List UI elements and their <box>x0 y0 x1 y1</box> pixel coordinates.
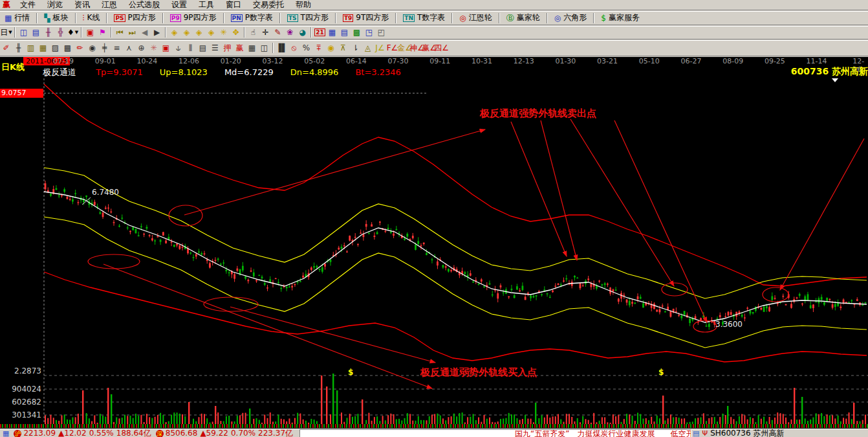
tool-region-select[interactable]: ▣ <box>84 27 96 38</box>
draw-percent-tool[interactable]: % <box>300 42 312 54</box>
link-icon[interactable]: ▤ <box>693 429 699 437</box>
trigram-tool-icon: ☰ <box>212 43 219 52</box>
tool-window-capture[interactable]: ◳ <box>363 27 375 38</box>
tool-color-flag[interactable]: ⚑ <box>96 27 109 38</box>
menu-item-window[interactable]: 窗口 <box>220 0 247 9</box>
tool-image-export[interactable]: ▩ <box>351 27 363 38</box>
draw-pen-tool[interactable]: ✐ <box>0 42 12 54</box>
menu-item-browse[interactable]: 浏览 <box>41 0 69 9</box>
tool-diamond-move[interactable]: ✥ <box>230 27 242 38</box>
draw-grid-tool-4[interactable]: ▨ <box>49 42 61 54</box>
tool-prev-page[interactable]: ◀ <box>138 27 151 38</box>
tool-diamond-expand[interactable]: ◈ <box>193 27 205 38</box>
draw-drop-tool[interactable]: ⇂ <box>349 42 362 54</box>
draw-grid-tool-5[interactable]: ▩ <box>61 42 74 54</box>
draw-panel-tool[interactable]: ▤ <box>197 42 209 54</box>
draw-channel-tool[interactable]: ⫼ <box>184 42 197 54</box>
menu-item-help[interactable]: 帮助 <box>290 0 317 9</box>
antenna-icon[interactable]: Ψ <box>702 429 708 437</box>
grid-icon[interactable]: ▦ <box>3 429 9 437</box>
draw-bars-tool[interactable]: ▐▌ <box>276 42 288 54</box>
tool-bar-style-2[interactable]: ╬ <box>54 27 67 38</box>
draw-win-tool[interactable]: 赢 <box>233 42 246 54</box>
toolbar-button-t-digit-table[interactable]: TNT数字表 <box>398 12 450 24</box>
draw-split-tool[interactable]: ◫ <box>258 42 270 54</box>
draw-percent-line-tool[interactable]: ⩱ <box>312 42 325 54</box>
kline-chart[interactable]: 2.2873904024602682301341极反通道强势外轨线卖出点极反通道… <box>0 57 868 429</box>
toolbar-button-winner-wheel[interactable]: Ⓑ赢家轮 <box>502 12 545 24</box>
menu-item-file[interactable]: 文件 <box>14 0 41 9</box>
draw-j-angle-tool[interactable]: J∠ <box>374 42 386 54</box>
toolbar-button-gann-wheel[interactable]: ◎江恩轮 <box>455 12 496 24</box>
split-tool-icon: ◫ <box>261 43 268 52</box>
grid-tool-1-icon: ╫ <box>16 43 21 52</box>
draw-ruler-tool[interactable]: ╪ <box>98 42 111 54</box>
tool-crosshair-tool[interactable]: ✛ <box>259 27 272 38</box>
tool-diamond-right[interactable]: ◈ <box>180 27 193 38</box>
draw-table-tool[interactable]: ▦ <box>246 42 258 54</box>
draw-hline-tool[interactable]: ≡ <box>111 42 123 54</box>
tool-calendar[interactable]: 21 <box>314 27 326 38</box>
toolbar-button-9p-square[interactable]: P99P四方形 <box>166 12 221 24</box>
tool-next-page[interactable]: ▶ <box>151 27 163 38</box>
toolbar-button-t-square[interactable]: TST四方形 <box>283 12 333 24</box>
chart-area[interactable]: 2011-06-03 07-1909-0110-2412-0601-2003-1… <box>0 57 868 429</box>
toolbar-button-sectors[interactable]: ▚板块 <box>39 12 72 24</box>
tool-candle-style[interactable]: ♦▼ <box>67 27 79 38</box>
tool-diamond-shrink[interactable]: ◈ <box>205 27 217 38</box>
toolbar-button-winner-service[interactable]: $赢家服务 <box>596 12 644 24</box>
toolbar-button-9t-square[interactable]: T99T四方形 <box>338 12 393 24</box>
draw-grid-tool-2[interactable]: ▥ <box>25 42 37 54</box>
menu-item-news[interactable]: 资讯 <box>69 0 96 9</box>
last-page-icon: ⏭ <box>129 28 136 37</box>
tool-calculator[interactable]: ▦ <box>326 27 338 38</box>
menu-item-trade[interactable]: 交易委托 <box>247 0 290 9</box>
tool-flower-tool[interactable]: ❀ <box>284 27 296 38</box>
draw-no-tool[interactable]: ⦸ <box>288 42 300 54</box>
bar-style-1-icon: ╫ <box>46 28 50 37</box>
channel-top-line <box>44 84 867 286</box>
tool-last-page[interactable]: ⏭ <box>126 27 138 38</box>
menu-item-formula-pick[interactable]: 公式选股 <box>123 0 166 9</box>
draw-gold-circle-tool[interactable]: ◉ <box>325 42 337 54</box>
tool-system-window[interactable]: ◰ <box>375 27 387 38</box>
tool-chart-layout[interactable]: ◫ <box>17 27 30 38</box>
tool-diamond-left[interactable]: ◈ <box>168 27 180 38</box>
draw-gold-line-tool[interactable]: ⊼ <box>337 42 349 54</box>
tool-period-day[interactable]: 日▼ <box>0 27 12 38</box>
toolbar-separator <box>111 27 112 38</box>
tool-hand-tool[interactable]: ☝ <box>247 27 259 38</box>
toolbar-button-quotes[interactable]: ▦行情 <box>0 12 34 24</box>
tool-report-list[interactable]: ▤ <box>30 27 42 38</box>
draw-trigram-tool[interactable]: ☰ <box>209 42 221 54</box>
draw-grid-tool-3[interactable]: ▦ <box>37 42 49 54</box>
tool-annotate-tool[interactable]: ✎ <box>272 27 284 38</box>
hexagon-icon: ◎ <box>554 14 561 23</box>
tool-first-page[interactable]: ⏮ <box>114 27 126 38</box>
menu-item-tools[interactable]: 工具 <box>193 0 220 9</box>
draw-target-tool[interactable]: ⊕ <box>135 42 147 54</box>
draw-box-tool[interactable]: ▣ <box>160 42 172 54</box>
draw-brush-tool[interactable]: ✏ <box>74 42 86 54</box>
draw-ya-tool[interactable]: 押 <box>221 42 233 54</box>
draw-four-angle-tool[interactable]: 四∠ <box>435 42 448 54</box>
toolbar-button-p-square[interactable]: PSP四方形 <box>109 12 160 24</box>
draw-tri-tool[interactable]: ◬ <box>362 42 374 54</box>
draw-angle-tool[interactable]: ⋏ <box>123 42 135 54</box>
panel-tool-icon: ▤ <box>199 43 206 52</box>
toolbar-button-label: 行情 <box>14 12 30 23</box>
menu-item-settings[interactable]: 设置 <box>166 0 193 9</box>
toolbar-button-hexagon[interactable]: ◎六角形 <box>550 12 591 24</box>
menu-item-gann[interactable]: 江恩 <box>96 0 123 9</box>
toolbar-button-kline[interactable]: ⫶K线 <box>78 12 105 24</box>
draw-star-tool[interactable]: ✳ <box>147 42 160 54</box>
tool-diamond-star[interactable]: ✳ <box>217 27 230 38</box>
tool-quote-list[interactable]: ▤ <box>338 27 351 38</box>
toolbar-button-p-digit-table[interactable]: PNP数字表 <box>226 12 277 24</box>
draw-fork-tool[interactable]: ⫝ <box>172 42 184 54</box>
draw-grid-tool-1[interactable]: ╫ <box>12 42 25 54</box>
draw-circle-tool[interactable]: ◉ <box>86 42 98 54</box>
tool-bar-style-1[interactable]: ╫ <box>42 27 54 38</box>
index-amount: 223.37亿 <box>258 429 293 437</box>
tool-cycle-tool[interactable]: ◕ <box>296 27 309 38</box>
